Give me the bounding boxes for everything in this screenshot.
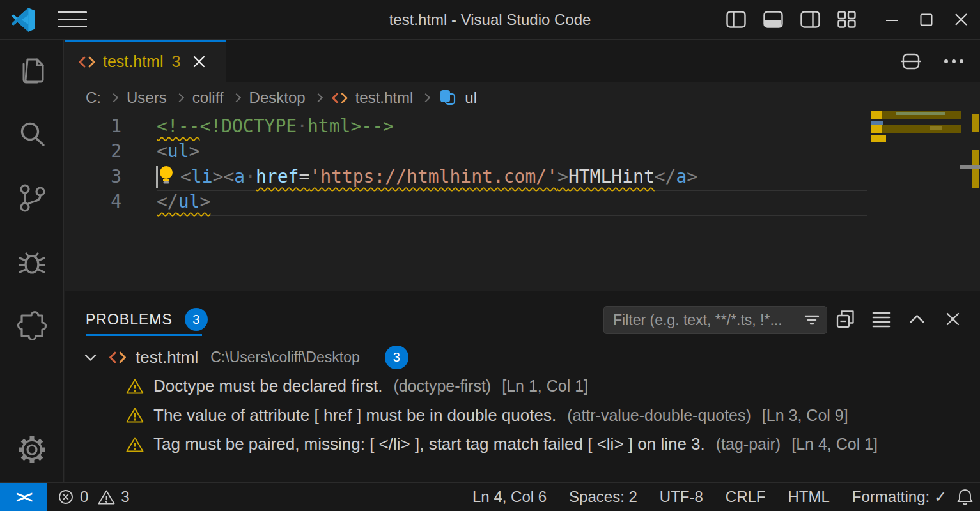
html-file-icon — [331, 90, 348, 106]
code-token: > — [189, 141, 200, 162]
activity-bar — [0, 40, 64, 482]
status-item[interactable]: HTML — [788, 488, 830, 506]
close-tab-icon[interactable] — [191, 54, 207, 70]
breadcrumb-item[interactable]: coliff — [192, 89, 224, 107]
minimize-icon[interactable] — [885, 13, 899, 27]
warning-icon — [126, 378, 144, 395]
code-token: HTMLHint — [568, 166, 655, 187]
code-line: 1<!--<!DOCTYPE·html>--> — [65, 114, 980, 139]
extensions-icon[interactable] — [15, 309, 49, 342]
toggle-panel-icon[interactable] — [763, 11, 783, 28]
warning-icon — [126, 436, 144, 453]
chevron-right-icon — [421, 93, 430, 102]
breadcrumb-item[interactable]: Desktop — [249, 89, 306, 107]
line-number: 2 — [65, 139, 121, 164]
minimap[interactable] — [871, 111, 961, 149]
editor-actions — [901, 51, 963, 72]
code-token: href — [256, 166, 299, 187]
more-actions-icon[interactable] — [944, 59, 963, 63]
code-editor[interactable]: 1<!--<!DOCTYPE·html>-->2<ul>3<li><a·href… — [65, 114, 980, 291]
problem-row[interactable]: Tag must be paired, missing: [ </li> ], … — [65, 430, 980, 459]
chevron-right-icon — [314, 93, 323, 102]
code-token: < — [157, 141, 167, 162]
filter-input[interactable] — [613, 312, 804, 329]
code-token: · — [297, 116, 307, 137]
lightbulb-icon[interactable] — [157, 165, 176, 185]
breadcrumb: C:UserscoliffDesktoptest.htmlul — [65, 82, 980, 114]
problem-position: [Ln 1, Col 1] — [502, 377, 588, 395]
overview-ruler-cursor — [960, 165, 980, 169]
code-lines: 1<!--<!DOCTYPE·html>-->2<ul>3<li><a·href… — [65, 114, 980, 215]
problem-row[interactable]: Doctype must be declared first.(doctype-… — [65, 372, 980, 401]
problems-file-row[interactable]: test.html C:\Users\coliff\Desktop 3 — [65, 342, 980, 372]
breadcrumb-item[interactable]: Users — [127, 89, 167, 107]
problem-row[interactable]: The value of attribute [ href ] must be … — [65, 401, 980, 431]
problem-source: (tag-pair) — [716, 435, 781, 454]
warning-icon — [126, 407, 144, 423]
menu-icon[interactable] — [58, 11, 87, 27]
tab-test-html[interactable]: test.html 3 — [65, 40, 226, 82]
close-window-icon[interactable] — [954, 12, 968, 27]
code-token: > — [687, 166, 697, 187]
html-file-icon — [108, 349, 127, 366]
problems-file-name: test.html — [136, 347, 198, 367]
code-token: ul — [178, 191, 200, 212]
code-token: </ — [157, 191, 178, 212]
problems-file-path: C:\Users\coliff\Desktop — [210, 349, 359, 366]
status-item[interactable]: CRLF — [726, 488, 766, 506]
warning-icon — [98, 489, 115, 505]
status-item[interactable]: Formatting: ✓ — [852, 488, 947, 506]
maximize-icon[interactable] — [919, 13, 933, 27]
code-token: = — [299, 166, 309, 187]
split-editor-icon[interactable] — [901, 51, 921, 72]
notifications-bell-icon[interactable] — [956, 488, 980, 506]
problem-message: Doctype must be declared first. — [153, 376, 382, 396]
breadcrumb-item[interactable]: ul — [465, 89, 477, 107]
breadcrumb-item[interactable]: test.html — [355, 89, 414, 107]
code-token: > — [557, 166, 568, 187]
status-item[interactable]: Ln 4, Col 6 — [472, 488, 547, 506]
vscode-window: test.html - Visual Studio Code — [0, 0, 980, 511]
customize-layout-icon[interactable] — [837, 11, 856, 28]
line-number: 1 — [65, 114, 121, 139]
status-item[interactable]: UTF-8 — [660, 488, 703, 506]
html-file-icon — [78, 54, 96, 70]
code-token: </ — [655, 166, 676, 187]
code-token: ul — [167, 141, 189, 162]
tab-problems[interactable]: PROBLEMS 3 — [86, 308, 208, 331]
chevron-right-icon — [109, 93, 118, 102]
remote-indicator[interactable]: >< — [0, 483, 47, 511]
problems-filter — [603, 306, 827, 334]
toggle-secondary-sidebar-icon[interactable] — [800, 11, 820, 28]
source-control-icon[interactable] — [15, 181, 49, 214]
close-panel-icon[interactable] — [942, 309, 963, 329]
code-token: < — [223, 166, 234, 187]
chevron-down-icon[interactable] — [82, 349, 98, 365]
status-bar: >< 0 3 Ln 4, Col 6Spaces: 2UTF-8CRLFHTML… — [0, 482, 980, 511]
warning-count: 3 — [121, 488, 129, 506]
problems-list: Doctype must be declared first.(doctype-… — [65, 372, 980, 459]
code-line: 3<li><a·href='https://htmlhint.com/'>HTM… — [65, 164, 980, 189]
code-token: a — [234, 166, 245, 187]
toggle-primary-sidebar-icon[interactable] — [726, 11, 746, 28]
problems-status[interactable]: 0 3 — [58, 488, 130, 506]
code-line-text: <!--<!DOCTYPE·html>--> — [157, 114, 394, 139]
run-and-debug-icon[interactable] — [15, 245, 49, 278]
search-icon[interactable] — [15, 118, 49, 151]
settings-gear-icon[interactable] — [15, 433, 49, 466]
ul-symbol-icon — [439, 88, 458, 107]
explorer-icon[interactable] — [15, 54, 49, 88]
code-token: <!DOCTYPE — [199, 116, 297, 137]
minimap-warning-line — [871, 125, 961, 133]
code-token: < — [180, 166, 191, 187]
collapse-all-icon[interactable] — [835, 309, 855, 329]
breadcrumb-item[interactable]: C: — [86, 89, 101, 107]
problems-panel: PROBLEMS 3 — [65, 291, 980, 482]
window-title: test.html - Visual Studio Code — [389, 11, 591, 29]
code-token: > — [199, 191, 210, 212]
view-as-table-icon[interactable] — [871, 309, 891, 329]
code-token: > — [213, 166, 224, 187]
code-token: 'https://htmlhint.com/' — [309, 166, 557, 187]
maximize-panel-icon[interactable] — [906, 309, 927, 329]
status-item[interactable]: Spaces: 2 — [569, 488, 637, 506]
